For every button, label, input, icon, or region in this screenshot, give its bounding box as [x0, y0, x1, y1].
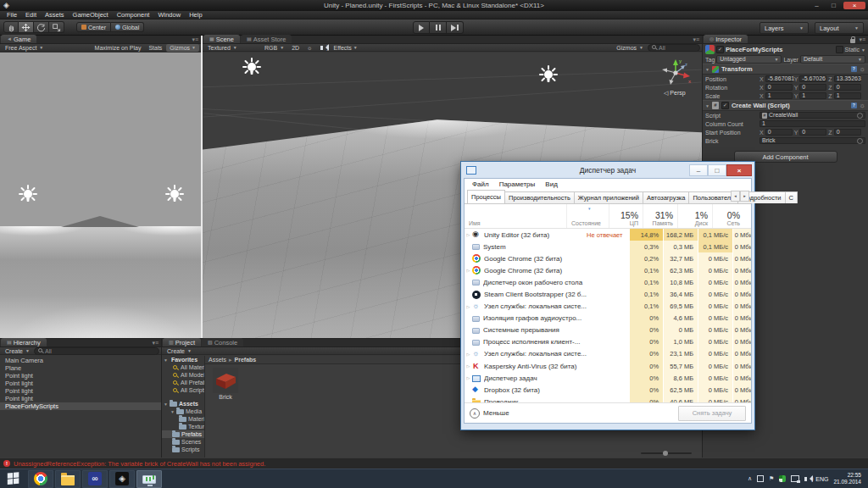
game-gizmos-dropdown[interactable]: Gizmos ▼ — [166, 44, 199, 52]
task-manager-tab[interactable]: Процессы — [467, 190, 505, 203]
shading-mode-dropdown[interactable]: Textured▼ — [204, 44, 260, 52]
menu-item[interactable]: Help — [185, 11, 206, 19]
expand-arrow-icon[interactable]: ▷ — [465, 232, 472, 237]
hierarchy-item[interactable]: Plane — [0, 364, 161, 372]
tab-game[interactable]: ◄Game — [1, 35, 36, 43]
gear-icon[interactable]: ☼ — [860, 103, 865, 109]
rotation-y-field[interactable]: 0 — [799, 84, 826, 91]
menu-item[interactable]: Window — [153, 11, 185, 19]
chevron-down-icon[interactable]: ▼ — [861, 47, 865, 53]
gameobject-name[interactable]: PlaceForMyScripts — [726, 46, 834, 53]
Узел службы: локальная систе...[interactable]: ▷ Узел службы: локальная систе... 0% 23,… — [465, 348, 751, 360]
restore-button[interactable]: □ — [826, 2, 841, 9]
Google Chrome (32 бита)[interactable]: ▷ Google Chrome (32 бита) 0,1% 62,3 МБ 0… — [465, 264, 751, 276]
hierarchy-item[interactable]: Point light — [0, 395, 161, 402]
project-tree-item[interactable]: Texture — [162, 423, 204, 430]
thumbnail-size-slider[interactable] — [641, 452, 692, 454]
project-tree-item[interactable]: Scripts — [162, 446, 204, 453]
rotation-z-field[interactable]: 0 — [834, 84, 861, 91]
scale-x-field[interactable]: 1 — [765, 92, 793, 99]
menu-item[interactable]: Assets — [41, 11, 69, 19]
Dropbox (32 бита)[interactable]: Dropbox (32 бита) 0% 62,5 МБ 0 МБ/с 0 Мб… — [465, 384, 751, 396]
object-picker-icon[interactable] — [857, 138, 863, 144]
position-x-field[interactable]: -5.867081 — [765, 75, 793, 82]
tab-inspector[interactable]: ◎Inspector — [704, 35, 748, 43]
Системные прерывания[interactable]: Системные прерывания 0% 0 МБ 0 МБ/с 0 Мб… — [465, 324, 751, 336]
minimize-button[interactable]: – — [810, 2, 824, 9]
clock[interactable]: 22:55 21.09.2014 — [833, 472, 861, 485]
column-header-disk[interactable]: 1%Диск — [677, 204, 712, 228]
layers-dropdown[interactable]: Layers▼ — [760, 22, 809, 34]
render-channel-dropdown[interactable]: RGB▼ — [261, 44, 287, 52]
foldout-icon[interactable]: ▼ — [705, 103, 709, 108]
column-header-name[interactable]: Имя — [465, 204, 566, 228]
action-center-flag-icon[interactable]: ⚑ — [769, 475, 774, 482]
layer-dropdown[interactable]: Default▼ — [800, 55, 865, 64]
menu-item[interactable]: GameObject — [69, 11, 113, 19]
visual-studio-taskbar-button[interactable]: ∞ — [82, 470, 108, 488]
component-enabled-checkbox[interactable]: ✓ — [721, 102, 729, 109]
move-tool-button[interactable] — [19, 21, 34, 33]
project-create-button[interactable]: Create▼ — [164, 347, 195, 355]
expand-arrow-icon[interactable]: ▷ — [465, 268, 472, 273]
start-x-field[interactable]: 0 — [765, 129, 793, 136]
pivot-global-button[interactable]: Global — [111, 22, 144, 32]
tab-scroll-right-icon[interactable]: ▸ — [740, 191, 749, 202]
tab-hierarchy[interactable]: ▤Hierarchy — [1, 338, 47, 347]
Google Chrome (32 бита)[interactable]: Google Chrome (32 бита) 0,2% 32,7 МБ 0 М… — [465, 252, 751, 264]
System[interactable]: System 0,3% 0,3 МБ 0,1 МБ/с 0 Мбит/с — [465, 241, 751, 252]
task-manager-title-bar[interactable]: Диспетчер задач – □ × — [464, 162, 752, 178]
createwall-component-header[interactable]: ▼ # ✓ Create Wall (Script) ? ☼ — [703, 100, 868, 111]
orientation-gizmo[interactable]: y x z — [659, 57, 693, 89]
project-tree-item[interactable]: All Materials — [162, 363, 204, 371]
expand-arrow-icon[interactable]: ▷ — [465, 363, 472, 369]
task-manager-tab[interactable]: Журнал приложений — [574, 191, 643, 203]
kaspersky-tray-icon[interactable] — [779, 475, 786, 482]
hand-tool-button[interactable] — [3, 21, 19, 33]
tab-scroll-left-icon[interactable]: ◂ — [731, 191, 740, 202]
object-picker-icon[interactable] — [857, 113, 863, 119]
Диспетчер окон рабочего стола[interactable]: Диспетчер окон рабочего стола 0,1% 10,8 … — [465, 276, 751, 288]
hierarchy-item[interactable]: Main Camera — [0, 357, 161, 364]
column-header-status[interactable]: Состояние — [566, 204, 609, 228]
play-button[interactable] — [413, 21, 430, 34]
tab-project[interactable]: ▥Project — [163, 338, 201, 347]
scene-lighting-toggle[interactable]: ☼ — [303, 44, 315, 52]
project-tree-item[interactable]: Scenes — [162, 438, 204, 446]
menu-item[interactable]: Параметры — [495, 180, 540, 188]
lock-icon[interactable] — [850, 39, 855, 43]
menu-item[interactable]: File — [3, 11, 21, 19]
scene-search-input[interactable]: All — [648, 44, 700, 52]
tab-console[interactable]: ▧Console — [202, 338, 243, 347]
chrome-taskbar-button[interactable] — [28, 470, 53, 488]
scale-y-field[interactable]: 1 — [799, 92, 826, 99]
asset-label[interactable]: Brick — [205, 394, 246, 400]
rotate-tool-button[interactable] — [34, 21, 49, 33]
foldout-icon[interactable]: ▼ — [164, 402, 168, 407]
pivot-center-button[interactable]: Center — [76, 22, 111, 32]
project-tree-item[interactable]: Prefabs — [162, 430, 204, 438]
panel-menu-icon[interactable]: ▾≡ — [859, 36, 865, 43]
scale-z-field[interactable]: 1 — [834, 92, 861, 99]
column-header-memory[interactable]: 31%Память — [643, 204, 677, 228]
transform-component-header[interactable]: ▼ Transform ? ☼ — [703, 64, 868, 75]
Процесс исполнения клиент-...[interactable]: Процесс исполнения клиент-... 0% 1,0 МБ … — [465, 336, 751, 348]
maximize-on-play-toggle[interactable]: Maximize on Play — [92, 44, 145, 52]
position-z-field[interactable]: 13.35263 — [834, 75, 861, 82]
tab-asset-store[interactable]: ▤Asset Store — [241, 35, 292, 43]
project-tree-item[interactable]: Material — [162, 415, 204, 423]
tab-scene[interactable]: ▦Scene — [203, 35, 240, 43]
expand-arrow-icon[interactable]: ▷ — [465, 304, 472, 309]
layout-dropdown[interactable]: Layout▼ — [815, 22, 864, 34]
panel-menu-icon[interactable]: ▾≡ — [693, 36, 699, 43]
expand-arrow-icon[interactable]: ▷ — [465, 352, 472, 357]
column-count-field[interactable]: 1 — [760, 120, 865, 127]
maximize-button[interactable]: □ — [708, 164, 726, 176]
task-manager-taskbar-button[interactable] — [136, 470, 162, 488]
scene-audio-toggle[interactable] — [317, 44, 330, 52]
foldout-icon[interactable]: ▼ — [170, 409, 175, 414]
tray-window-icon[interactable] — [757, 475, 764, 482]
persp-label[interactable]: ◁ Persp — [664, 90, 686, 97]
project-tree-item[interactable]: All Prefabs — [162, 379, 204, 386]
aspect-dropdown[interactable]: Free Aspect▼ — [2, 44, 47, 52]
